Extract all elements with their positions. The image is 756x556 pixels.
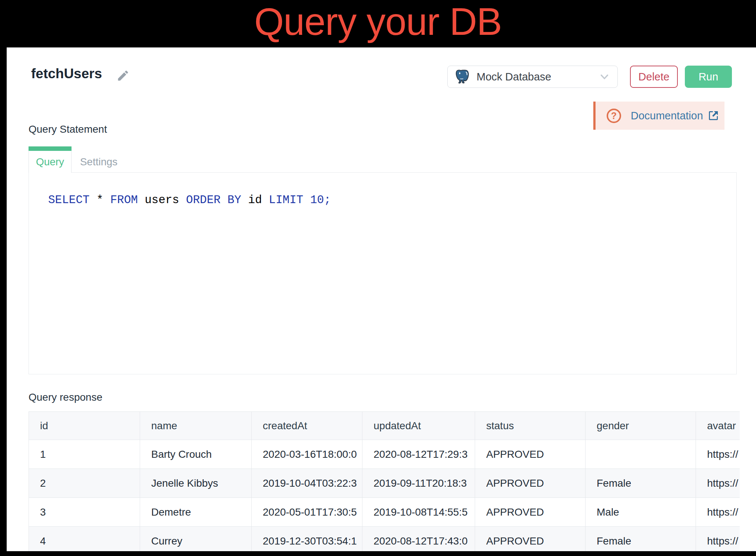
- sql-token-plain: id: [241, 193, 269, 206]
- table-cell: 2020-05-01T17:30:5: [252, 498, 362, 527]
- table-row: 3Demetre2020-05-01T17:30:52019-10-08T14:…: [29, 498, 740, 527]
- column-header: id: [29, 412, 140, 440]
- table-cell: Female: [586, 469, 696, 498]
- query-response-label: Query response: [29, 391, 102, 403]
- tab-query[interactable]: Query: [29, 151, 72, 173]
- query-editor-panel: fetchUsers Mock Database Delete Run ? Do…: [7, 47, 756, 551]
- top-banner: Query your DB: [0, 0, 756, 47]
- table-cell: 2019-12-30T03:54:1: [252, 527, 362, 552]
- table-cell: 2019-10-04T03:22:3: [252, 469, 362, 498]
- table-cell: Currey: [140, 527, 252, 552]
- table-header-row: idnamecreatedAtupdatedAtstatusgenderavat…: [29, 412, 740, 440]
- table-cell: https://: [696, 498, 740, 527]
- run-button[interactable]: Run: [685, 66, 732, 88]
- documentation-label: Documentation: [631, 110, 703, 122]
- table-cell: 3: [29, 498, 140, 527]
- app-stage: Query your DB fetchUsers Mock Database D…: [0, 0, 756, 556]
- sql-editor[interactable]: SELECT * FROM users ORDER BY id LIMIT 10…: [29, 172, 737, 374]
- sql-token-plain: *: [90, 193, 110, 206]
- table-cell: https://: [696, 469, 740, 498]
- sql-token-number: 10;: [310, 193, 331, 206]
- table-cell: Jenelle Kibbys: [140, 469, 252, 498]
- table-cell: 4: [29, 527, 140, 552]
- table-cell: Demetre: [140, 498, 252, 527]
- table-cell: 2020-03-16T18:00:0: [252, 440, 362, 469]
- query-name: fetchUsers: [31, 66, 102, 82]
- table-cell: 1: [29, 440, 140, 469]
- table-cell: 2020-08-12T17:43:0: [362, 527, 475, 552]
- table-cell: APPROVED: [475, 469, 586, 498]
- table-row: 1Barty Crouch2020-03-16T18:00:02020-08-1…: [29, 440, 740, 469]
- column-header: createdAt: [252, 412, 362, 440]
- column-header: avatar: [696, 412, 740, 440]
- table-cell: Barty Crouch: [140, 440, 252, 469]
- column-header: name: [140, 412, 252, 440]
- sql-token-plain: users: [138, 193, 186, 206]
- pencil-icon: [116, 69, 130, 82]
- table-cell: https://: [696, 440, 740, 469]
- tab-settings[interactable]: Settings: [72, 151, 126, 173]
- external-doc-icon: [707, 110, 719, 122]
- table-cell: 2: [29, 469, 140, 498]
- active-tab-indicator: [29, 146, 72, 151]
- sql-token-keyword: FROM: [110, 193, 137, 206]
- sql-token-keyword: ORDER BY: [186, 193, 241, 206]
- documentation-link[interactable]: ? Documentation: [593, 102, 724, 130]
- table-cell: APPROVED: [475, 440, 586, 469]
- database-selector-value: Mock Database: [477, 71, 598, 83]
- column-header: updatedAt: [362, 412, 475, 440]
- table-cell: 2019-10-08T14:55:5: [362, 498, 475, 527]
- sql-token-plain: [303, 193, 310, 206]
- table-cell: 2019-09-11T20:18:3: [362, 469, 475, 498]
- database-selector[interactable]: Mock Database: [447, 66, 618, 88]
- chevron-down-icon: [598, 70, 611, 83]
- table-row: 4Currey2019-12-30T03:54:12020-08-12T17:4…: [29, 527, 740, 552]
- column-header: gender: [586, 412, 696, 440]
- query-statement-label: Query Statement: [29, 123, 107, 135]
- delete-button[interactable]: Delete: [630, 66, 678, 88]
- query-response-table: idnamecreatedAtupdatedAtstatusgenderavat…: [29, 411, 740, 551]
- circle-question-icon: ?: [607, 109, 621, 123]
- sql-token-keyword: SELECT: [48, 193, 90, 206]
- postgresql-icon: [454, 69, 470, 85]
- table-cell: APPROVED: [475, 527, 586, 552]
- table-row: 2Jenelle Kibbys2019-10-04T03:22:32019-09…: [29, 469, 740, 498]
- table-cell: Female: [586, 527, 696, 552]
- table-cell: Male: [586, 498, 696, 527]
- table-cell: 2020-08-12T17:29:3: [362, 440, 475, 469]
- column-header: status: [475, 412, 586, 440]
- table-cell: https://: [696, 527, 740, 552]
- sql-statement: SELECT * FROM users ORDER BY id LIMIT 10…: [29, 173, 736, 206]
- table-cell: [586, 440, 696, 469]
- page-title: Query your DB: [0, 0, 756, 44]
- query-response-table-wrap: idnamecreatedAtupdatedAtstatusgenderavat…: [29, 411, 740, 551]
- edit-query-name-button[interactable]: [116, 69, 130, 82]
- table-cell: APPROVED: [475, 498, 586, 527]
- sql-token-keyword: LIMIT: [269, 193, 303, 206]
